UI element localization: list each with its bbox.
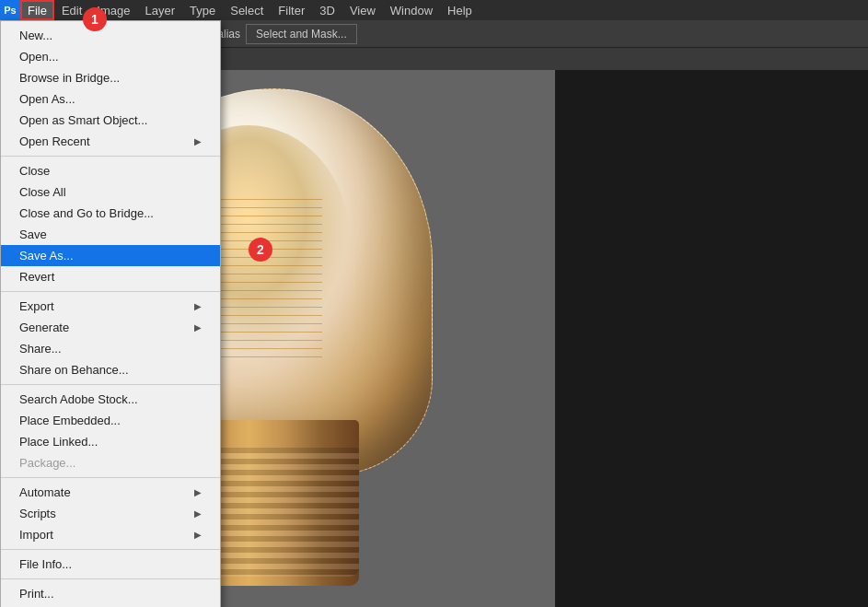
menu-item-open-smart[interactable]: Open as Smart Object... [1,110,220,131]
separator-5 [1,549,220,550]
menu-item-import[interactable]: Import ▶ [1,524,220,545]
separator-4 [1,477,220,478]
menu-item-save-as[interactable]: Save As... [1,245,220,266]
menu-item-open-recent[interactable]: Open Recent ▶ [1,131,220,152]
menu-window[interactable]: Window [383,0,440,20]
menu-item-revert[interactable]: Revert [1,266,220,287]
menu-bar: Ps File Edit Image Layer Type Select Fil… [0,0,868,20]
menu-item-share-behance[interactable]: Share on Behance... [1,359,220,380]
submenu-arrow: ▶ [194,136,202,146]
menu-item-place-embedded[interactable]: Place Embedded... [1,410,220,431]
menu-item-search-stock[interactable]: Search Adobe Stock... [1,389,220,410]
menu-3d[interactable]: 3D [312,0,342,20]
menu-view[interactable]: View [342,0,383,20]
badge-2: 2 [249,238,272,262]
menu-item-close[interactable]: Close [1,160,220,181]
menu-item-close-all[interactable]: Close All [1,181,220,203]
import-arrow: ▶ [194,530,202,540]
separator-2 [1,291,220,292]
menu-item-open-as[interactable]: Open As... [1,88,220,110]
menu-type[interactable]: Type [182,0,223,20]
file-menu: New... Open... Browse in Bridge... Open … [0,20,221,607]
menu-filter[interactable]: Filter [271,0,312,20]
separator-3 [1,384,220,385]
ps-logo: Ps [0,0,20,20]
menu-item-package: Package... [1,452,220,473]
generate-arrow: ▶ [194,322,202,333]
menu-item-export[interactable]: Export ▶ [1,296,220,317]
badge-1: 1 [83,7,107,31]
menu-file[interactable]: File [20,0,54,20]
automate-arrow: ▶ [194,487,202,497]
file-dropdown: New... Open... Browse in Bridge... Open … [0,20,221,607]
menu-layer[interactable]: Layer [138,0,183,20]
menu-item-print[interactable]: Print... [1,583,220,604]
menu-item-scripts[interactable]: Scripts ▶ [1,503,220,524]
scripts-arrow: ▶ [194,508,202,519]
menu-item-share[interactable]: Share... [1,338,220,359]
export-arrow: ▶ [194,301,202,311]
menu-help[interactable]: Help [440,0,480,20]
menu-select[interactable]: Select [223,0,271,20]
menu-item-place-linked[interactable]: Place Linked... [1,431,220,452]
separator-1 [1,156,220,157]
menu-item-generate[interactable]: Generate ▶ [1,317,220,338]
select-mask-button[interactable]: Select and Mask... [246,24,357,44]
menu-item-file-info[interactable]: File Info... [1,554,220,575]
menu-item-save[interactable]: Save [1,224,220,245]
menu-item-open[interactable]: Open... [1,46,220,67]
menu-item-browse-bridge[interactable]: Browse in Bridge... [1,67,220,88]
menu-item-automate[interactable]: Automate ▶ [1,482,220,503]
separator-6 [1,578,220,579]
menu-item-close-bridge[interactable]: Close and Go to Bridge... [1,203,220,224]
menu-item-new[interactable]: New... [1,25,220,46]
